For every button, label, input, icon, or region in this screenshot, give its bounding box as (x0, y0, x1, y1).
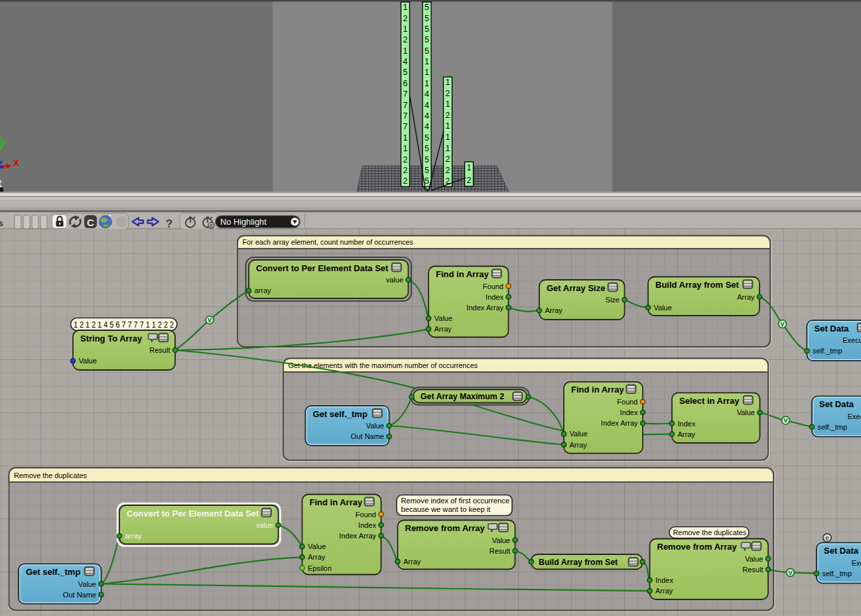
svg-text:Execute: Execute (848, 412, 861, 420)
svg-text:5: 5 (425, 166, 429, 175)
svg-text:Value: Value (654, 304, 672, 312)
svg-text:2: 2 (403, 14, 408, 23)
svg-text:1: 1 (403, 46, 408, 56)
svg-text:c: c (210, 222, 213, 229)
svg-text:Select in Array: Select in Array (679, 396, 740, 406)
svg-text:For each array element, count: For each array element, count number of … (243, 238, 414, 246)
svg-text:Array: Array (308, 553, 326, 561)
svg-text:1: 1 (446, 144, 450, 153)
svg-text:Index: Index (620, 408, 638, 416)
svg-text:Value: Value (737, 408, 755, 416)
svg-text:Execute: Execute (842, 336, 861, 344)
svg-text:array: array (255, 286, 272, 294)
svg-text:1: 1 (403, 133, 408, 143)
svg-text:V: V (208, 317, 212, 324)
svg-text:Index: Index (655, 576, 673, 584)
svg-text:Result: Result (149, 346, 170, 354)
svg-text:6: 6 (403, 79, 408, 88)
svg-text:Y: Y (0, 136, 3, 145)
svg-text:Value: Value (745, 555, 763, 563)
svg-text:Size: Size (606, 296, 620, 304)
svg-text:1: 1 (446, 99, 450, 109)
svg-text:?: ? (166, 217, 172, 230)
svg-text:Remove from Array: Remove from Array (405, 523, 486, 533)
svg-text:7: 7 (403, 122, 408, 131)
svg-text:Convert to Per Element Data Se: Convert to Per Element Data Set (127, 509, 259, 519)
svg-text:Remove from Array: Remove from Array (657, 542, 738, 552)
svg-text:Find in Array: Find in Array (310, 497, 363, 507)
svg-text:Remove the duplicates: Remove the duplicates (14, 471, 87, 479)
svg-text:Out Name: Out Name (63, 591, 96, 599)
svg-text:Array: Array (403, 558, 421, 566)
svg-text:Epsilon: Epsilon (308, 564, 332, 572)
svg-text:self._tmp: self._tmp (823, 570, 852, 578)
svg-text:Value: Value (79, 357, 97, 365)
svg-text:Found: Found (483, 282, 503, 290)
svg-text:value: value (256, 521, 273, 529)
svg-text:5: 5 (425, 46, 429, 56)
svg-text:Index: Index (486, 293, 503, 301)
svg-text:No Highlight: No Highlight (220, 217, 267, 227)
svg-text:2: 2 (446, 166, 450, 175)
svg-text:5: 5 (425, 144, 429, 153)
svg-text:Index: Index (358, 521, 376, 529)
svg-text:Index: Index (678, 420, 696, 428)
svg-text:4: 4 (425, 111, 429, 121)
svg-text:Set Data: Set Data (819, 399, 854, 409)
svg-text:2: 2 (446, 154, 450, 164)
svg-text:Result: Result (742, 566, 763, 574)
svg-text:V: V (788, 570, 792, 576)
svg-text:value: value (386, 276, 403, 284)
svg-text:Execute: Execute (852, 559, 861, 567)
svg-text:1: 1 (425, 57, 429, 66)
svg-text:5: 5 (425, 155, 429, 164)
svg-text:Set Data: Set Data (824, 546, 859, 556)
svg-text:4: 4 (425, 122, 429, 131)
svg-text:5: 5 (425, 176, 429, 186)
svg-text:Found: Found (617, 398, 637, 406)
svg-text:5: 5 (425, 3, 429, 12)
svg-text:7: 7 (403, 101, 408, 110)
svg-text:5: 5 (403, 68, 408, 77)
svg-text:1: 1 (403, 25, 408, 34)
svg-text:Index Array: Index Array (601, 419, 638, 427)
svg-text:Value: Value (492, 536, 510, 544)
svg-text:2: 2 (403, 176, 408, 186)
svg-text:1: 1 (446, 78, 450, 87)
svg-text:Build Array from Set: Build Array from Set (539, 558, 618, 567)
svg-text:C: C (87, 217, 94, 228)
svg-text:Get Array Size: Get Array Size (547, 283, 605, 293)
svg-text:X: X (13, 158, 19, 168)
svg-text:Get self._tmp: Get self._tmp (313, 409, 367, 419)
svg-text:7: 7 (403, 111, 408, 121)
svg-text:5: 5 (425, 133, 429, 143)
svg-text:self._tmp: self._tmp (813, 347, 842, 355)
svg-text:e: e (825, 534, 829, 542)
svg-text:Value: Value (570, 430, 588, 438)
svg-text:Array: Array (545, 306, 563, 314)
svg-text:Result: Result (490, 547, 510, 555)
svg-text:Index Array: Index Array (339, 532, 376, 540)
svg-text:Out Name: Out Name (351, 432, 384, 440)
svg-text:1: 1 (425, 68, 429, 77)
svg-text:Set Data: Set Data (815, 324, 850, 334)
svg-text:Value: Value (308, 542, 326, 550)
svg-text:s: s (0, 219, 3, 228)
svg-text:V: V (783, 417, 787, 424)
svg-text:2: 2 (446, 111, 450, 120)
svg-text:1: 1 (403, 144, 408, 153)
svg-text:Array: Array (655, 587, 673, 595)
svg-text:1: 1 (446, 133, 450, 142)
svg-text:Find in Array: Find in Array (571, 385, 624, 395)
svg-text:String To Array: String To Array (80, 334, 143, 343)
svg-text:V: V (780, 321, 784, 328)
svg-text:2: 2 (467, 176, 472, 185)
svg-text:5: 5 (425, 35, 429, 44)
svg-text:Get Array Maximum 2: Get Array Maximum 2 (421, 392, 504, 401)
svg-text:4: 4 (425, 101, 429, 110)
svg-text:Value: Value (366, 422, 384, 430)
svg-text:Value: Value (78, 580, 96, 588)
svg-text:2: 2 (403, 35, 408, 44)
svg-text:Index Array: Index Array (466, 304, 503, 312)
svg-text:4: 4 (403, 57, 408, 66)
